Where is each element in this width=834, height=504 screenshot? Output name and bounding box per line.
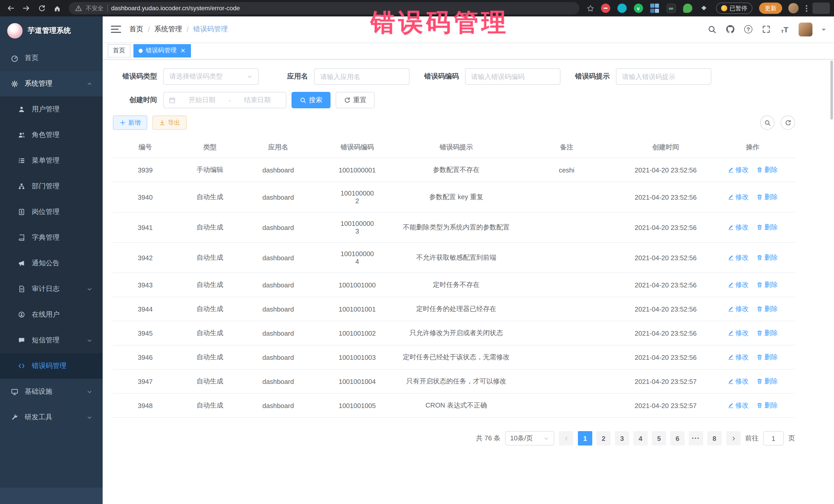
sidebar-item-dictionary[interactable]: 字典管理: [0, 225, 103, 250]
page-button[interactable]: 4: [633, 431, 648, 445]
delete-link[interactable]: 删除: [757, 353, 778, 362]
sidebar-item-notices[interactable]: 通知公告: [0, 250, 103, 276]
goto-page-input[interactable]: [763, 431, 784, 445]
sidebar-item-audit-log[interactable]: 审计日志: [0, 276, 103, 302]
add-button[interactable]: 新增: [113, 115, 147, 130]
cell-id: 3943: [113, 273, 178, 297]
sidebar-item-dev-tools[interactable]: 研发工具: [0, 404, 103, 430]
sidebar-item-users[interactable]: 用户管理: [0, 96, 103, 122]
edit-link[interactable]: 修改: [727, 328, 749, 338]
forward-icon[interactable]: [20, 2, 33, 15]
reload-icon[interactable]: [35, 2, 48, 15]
cell-message: 定时任务的处理器已经存在: [400, 297, 512, 321]
font-size-icon[interactable]: [780, 25, 789, 34]
paused-badge[interactable]: 已暂停: [716, 3, 752, 14]
edit-link[interactable]: 修改: [727, 401, 749, 410]
delete-link[interactable]: 删除: [757, 401, 778, 410]
page-scrollbar[interactable]: [830, 61, 833, 119]
home-icon[interactable]: [50, 2, 64, 15]
edit-link[interactable]: 修改: [727, 304, 749, 313]
bookmark-star-icon[interactable]: [586, 4, 594, 12]
browser-update-button[interactable]: 更新: [759, 3, 782, 14]
page-button[interactable]: 6: [670, 431, 685, 445]
delete-link[interactable]: 删除: [757, 328, 778, 338]
page-button[interactable]: 1: [578, 431, 592, 445]
edit-link[interactable]: 修改: [727, 223, 749, 232]
error-type-select[interactable]: 请选择错误码类型: [163, 68, 259, 85]
tab-home[interactable]: 首页: [108, 44, 130, 57]
prev-page-button[interactable]: [559, 431, 573, 445]
extension-adblock-icon[interactable]: [601, 4, 610, 13]
edit-link[interactable]: 修改: [727, 253, 749, 262]
edit-link[interactable]: 修改: [727, 377, 749, 386]
column-header-remark: 备注: [512, 137, 621, 158]
edit-link[interactable]: 修改: [727, 280, 749, 289]
extension-drop-icon[interactable]: [617, 4, 627, 13]
page-button[interactable]: 2: [596, 431, 611, 445]
side-panel-button[interactable]: [812, 3, 830, 14]
extension-grid-icon[interactable]: [650, 4, 659, 13]
help-icon[interactable]: [744, 25, 752, 34]
search-icon[interactable]: [707, 25, 717, 34]
fullscreen-icon[interactable]: [762, 25, 771, 34]
delete-link[interactable]: 删除: [757, 253, 778, 262]
error-message-input[interactable]: [622, 73, 705, 80]
sidebar-item-departments[interactable]: 部门管理: [0, 174, 103, 199]
next-page-button[interactable]: [726, 431, 741, 445]
page-button[interactable]: 8: [707, 431, 722, 445]
delete-link[interactable]: 删除: [757, 280, 778, 289]
tab-error-code[interactable]: 错误码管理: [133, 44, 191, 57]
app-name-input[interactable]: [320, 73, 403, 80]
page-size-select[interactable]: 10条/页: [505, 431, 554, 445]
browser-profile-avatar[interactable]: [788, 3, 798, 13]
search-button[interactable]: 搜索: [291, 92, 331, 108]
user-avatar[interactable]: [798, 22, 812, 36]
page-button[interactable]: •••: [689, 431, 703, 445]
edit-link[interactable]: 修改: [727, 193, 749, 202]
refresh-button[interactable]: [781, 115, 795, 130]
export-button[interactable]: 导出: [152, 115, 187, 130]
goto-prefix: 前往: [745, 434, 759, 443]
sidebar: 芋道管理系统 首页 系统管理 用户管理: [0, 17, 103, 504]
breadcrumb-home[interactable]: 首页: [129, 25, 143, 34]
sidebar-item-menus[interactable]: 菜单管理: [0, 148, 103, 174]
page-button[interactable]: 5: [652, 431, 666, 445]
back-icon[interactable]: [4, 2, 18, 15]
breadcrumb-system[interactable]: 系统管理: [154, 25, 182, 34]
sidebar-item-error-code[interactable]: 错误码管理: [0, 353, 103, 379]
browser-menu-icon[interactable]: [806, 5, 807, 12]
delete-link[interactable]: 删除: [757, 165, 778, 175]
edit-link[interactable]: 修改: [727, 353, 749, 362]
sidebar-item-home[interactable]: 首页: [0, 45, 103, 71]
extension-bird-icon[interactable]: [683, 4, 692, 13]
app-logo[interactable]: 芋道管理系统: [0, 17, 103, 45]
reset-button[interactable]: 重置: [336, 92, 375, 108]
extension-v-icon[interactable]: v: [634, 4, 643, 13]
cell-remark: [512, 273, 621, 297]
column-header-message: 错误码提示: [400, 137, 512, 158]
github-icon[interactable]: [726, 25, 735, 34]
sidebar-item-system[interactable]: 系统管理: [0, 71, 103, 96]
sidebar-item-online-users[interactable]: 在线用户: [0, 302, 103, 327]
delete-link[interactable]: 删除: [757, 377, 778, 386]
sidebar-item-roles[interactable]: 角色管理: [0, 122, 103, 148]
sidebar-item-infrastructure[interactable]: 基础设施: [0, 379, 103, 404]
sidebar-item-posts[interactable]: 岗位管理: [0, 199, 103, 225]
edit-link[interactable]: 修改: [727, 165, 749, 175]
hamburger-icon[interactable]: [111, 26, 121, 33]
delete-link[interactable]: 删除: [757, 304, 778, 313]
cell-code: 1001001001: [314, 297, 400, 321]
delete-link[interactable]: 删除: [757, 193, 778, 202]
extension-proxy-icon[interactable]: on: [666, 4, 676, 13]
sidebar-item-sms[interactable]: 短信管理: [0, 327, 103, 353]
delete-link[interactable]: 删除: [757, 223, 778, 232]
extensions-puzzle-icon[interactable]: [699, 4, 708, 13]
date-range-picker[interactable]: 开始日期 - 结束日期: [163, 92, 286, 108]
edit-link-label: 修改: [735, 401, 749, 410]
avatar-caret-icon[interactable]: [822, 28, 826, 32]
close-icon[interactable]: [180, 47, 186, 53]
toggle-search-button[interactable]: [760, 115, 774, 130]
error-code-input[interactable]: [471, 73, 554, 80]
cell-type: 自动生成: [178, 273, 242, 297]
page-button[interactable]: 3: [615, 431, 629, 445]
